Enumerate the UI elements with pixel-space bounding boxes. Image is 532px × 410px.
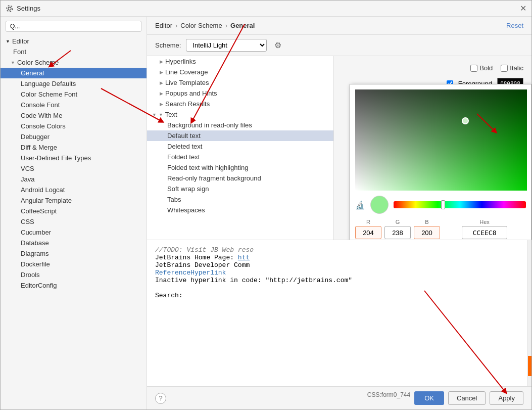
sidebar-item-colorscheme[interactable]: ▼ Color Scheme [1,57,147,68]
svg-point-1 [7,6,13,12]
sidebar-item-diff-merge[interactable]: Diff & Merge [1,142,147,153]
color-circle-handle[interactable] [462,117,469,124]
sidebar-item-code-with-me[interactable]: Code With Me [1,110,147,121]
tree-item-live-templates[interactable]: Live Templates [147,77,333,88]
r-input[interactable] [355,226,381,239]
window-title: Settings [17,5,520,12]
tree-item-bg-readonly[interactable]: Background in read-only files [147,120,333,130]
preview-line1: //TODO: Visit JB Web reso [155,246,523,254]
hex-input[interactable] [462,226,507,239]
settings-icon [6,5,14,13]
sidebar-item-language-defaults[interactable]: Language Defaults [1,78,147,89]
reset-link[interactable]: Reset [506,22,523,29]
bottom-buttons: CSS:form0_744 OK Cancel Apply [367,391,523,405]
preview-inactive-value: "http://jetbrains.com" [265,277,352,284]
sidebar-item-editor[interactable]: Editor [1,36,147,47]
color-gradient-canvas[interactable] [355,89,527,191]
b-box: B [414,219,440,239]
sidebar-item-java[interactable]: Java [1,174,147,185]
sidebar-item-drools[interactable]: Drools [1,269,147,280]
hex-box: Hex [443,219,526,239]
preview-line6 [155,284,523,292]
sidebar-item-angular-template[interactable]: Angular Template [1,195,147,206]
preview-text: JetBrains Home Page: [155,254,238,261]
tree-item-default-text[interactable]: Default text [147,130,333,141]
b-input[interactable] [414,226,440,239]
hex-label: Hex [479,219,490,225]
tree-item-folded-text[interactable]: Folded text [147,152,333,162]
sidebar-item-general[interactable]: General [1,68,147,78]
sidebar-item-coffeescript[interactable]: CoffeeScript [1,206,147,216]
hue-thumb[interactable] [441,200,445,209]
bold-check-label[interactable]: Bold [470,64,493,72]
tree-item-deleted-text[interactable]: Deleted text [147,141,333,152]
tree-item-line-coverage[interactable]: Line Coverage [147,67,333,77]
ok-button[interactable]: OK [414,391,444,405]
sidebar-item-console-font[interactable]: Console Font [1,100,147,110]
breadcrumb-bar: Editor › Color Scheme › General Reset [147,17,531,35]
preview-line4: ReferenceHyperlink [155,269,523,277]
b-label: B [425,219,428,225]
preview-line7: Search: [155,292,523,299]
tree-item-tabs[interactable]: Tabs [147,194,333,205]
sidebar: Editor Font ▼ Color Scheme General Langu… [1,17,147,409]
sidebar-item-font[interactable]: Font [1,47,147,57]
tree-item-hyperlinks[interactable]: Hyperlinks [147,56,333,67]
sidebar-item-editorconfig[interactable]: EditorConfig [1,280,147,291]
breadcrumb-sep1: › [175,22,177,29]
r-box: R [355,219,381,239]
color-picker-popup: 🔬 R [350,84,531,240]
breadcrumb-part1: Editor [155,22,172,29]
main-content: Editor Font ▼ Color Scheme General Langu… [1,17,531,409]
rgb-hex-row: R G B Hex [355,219,526,239]
sidebar-item-colorscheme-font[interactable]: Color Scheme Font [1,89,147,100]
breadcrumb-sep2: › [225,22,227,29]
hue-preview [370,196,389,214]
bottom-bar: ? CSS:form0_744 OK Cancel Apply [147,386,531,409]
g-input[interactable] [384,226,411,239]
breadcrumb: Editor › Color Scheme › General [155,22,255,29]
bold-italic-row: Bold Italic [342,64,523,72]
preview-inactive-prefix: Inactive hyperlink in code: [155,277,265,284]
eyedropper-button[interactable]: 🔬 [355,200,365,210]
scheme-select[interactable]: IntelliJ Light [186,39,267,52]
preview-dev-community: JetBrains Developer Comm [155,261,250,269]
title-bar: Settings ✕ [1,1,531,17]
italic-checkbox[interactable] [501,65,508,72]
sidebar-item-diagrams[interactable]: Diagrams [1,248,147,259]
sidebar-item-css[interactable]: CSS [1,216,147,227]
tree-item-readonly-fragment[interactable]: Read-only fragment background [147,173,333,184]
scheme-gear-button[interactable]: ⚙ [272,39,284,52]
hue-strip[interactable] [394,201,526,208]
tree-item-whitespaces[interactable]: Whitespaces [147,205,333,215]
help-button[interactable]: ? [155,393,166,404]
bold-checkbox[interactable] [470,65,477,72]
sidebar-item-database[interactable]: Database [1,238,147,248]
sidebar-item-vcs[interactable]: VCS [1,163,147,174]
close-button[interactable]: ✕ [520,4,526,13]
tree-item-soft-wrap[interactable]: Soft wrap sign [147,184,333,194]
sidebar-item-debugger[interactable]: Debugger [1,131,147,142]
sidebar-item-dockerfile[interactable]: Dockerfile [1,259,147,269]
right-panel: Editor › Color Scheme › General Reset Sc… [147,17,531,409]
breadcrumb-part3: General [230,22,255,29]
scrollbar-thumb[interactable] [528,356,531,376]
tree-item-text[interactable]: ▼Text [147,109,333,120]
tree-item-folded-text-highlight[interactable]: Folded text with highlighting [147,162,333,173]
sidebar-item-android-logcat[interactable]: Android Logcat [1,185,147,195]
tree-item-popups-hints[interactable]: Popups and Hints [147,88,333,99]
search-box [1,17,147,36]
cancel-button[interactable]: Cancel [448,391,486,405]
preview-line3: JetBrains Developer Comm [155,261,523,269]
panel-body: Hyperlinks Line Coverage Live Templates … [147,56,531,240]
preview-scrollbar[interactable] [527,240,531,386]
sidebar-item-cucumber[interactable]: Cucumber [1,227,147,238]
tree-item-search-results[interactable]: Search Results [147,99,333,109]
sidebar-item-console-colors[interactable]: Console Colors [1,121,147,131]
italic-check-label[interactable]: Italic [501,64,523,72]
apply-button[interactable]: Apply [490,391,523,405]
sidebar-item-user-file-types[interactable]: User-Defined File Types [1,153,147,163]
options-panel: Bold Italic Foreground 080808 [334,56,531,240]
search-input[interactable] [6,21,141,32]
preview-search-label: Search: [155,292,183,299]
